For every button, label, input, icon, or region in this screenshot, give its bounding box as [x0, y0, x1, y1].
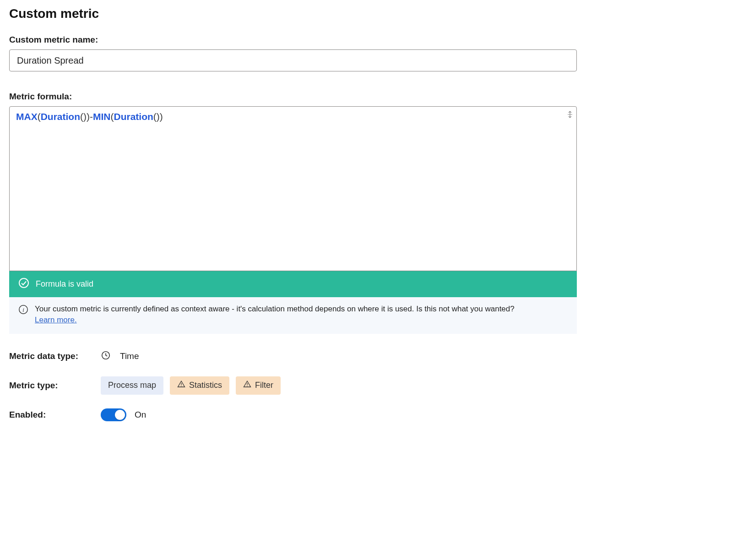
- svg-point-5: [247, 386, 248, 386]
- formula-token: ()): [153, 111, 163, 122]
- info-circle-icon: i: [18, 304, 28, 318]
- page-title: Custom metric: [9, 6, 577, 21]
- formula-label: Metric formula:: [9, 92, 577, 102]
- enabled-state-text: On: [135, 410, 146, 420]
- learn-more-link[interactable]: Learn more.: [35, 315, 77, 324]
- formula-line: MAX(Duration())-MIN(Duration()): [16, 111, 570, 122]
- metric-type-label: Metric type:: [9, 381, 101, 391]
- formula-editor[interactable]: MAX(Duration())-MIN(Duration()): [9, 106, 577, 271]
- metric-type-chip[interactable]: Statistics: [170, 376, 229, 395]
- formula-token: MAX: [16, 111, 38, 122]
- context-aware-info: i Your custom metric is currently define…: [9, 297, 577, 334]
- formula-valid-banner: Formula is valid: [9, 271, 577, 297]
- formula-token: -: [90, 111, 93, 122]
- clock-icon: [101, 350, 111, 363]
- enabled-toggle[interactable]: [101, 408, 126, 421]
- chip-label: Process map: [108, 381, 156, 390]
- name-label: Custom metric name:: [9, 35, 577, 45]
- data-type-value: Time: [120, 351, 139, 361]
- data-type-label: Metric data type:: [9, 351, 101, 361]
- chip-label: Statistics: [189, 381, 222, 390]
- svg-text:i: i: [22, 307, 24, 313]
- svg-point-4: [181, 386, 182, 386]
- svg-point-0: [19, 278, 28, 288]
- info-text: Your custom metric is currently defined …: [35, 304, 515, 313]
- toggle-knob: [115, 410, 125, 420]
- enabled-label: Enabled:: [9, 410, 101, 420]
- formula-token: (: [38, 111, 41, 122]
- formula-token: Duration: [114, 111, 153, 122]
- formula-valid-text: Formula is valid: [36, 279, 93, 289]
- formula-token: Duration: [41, 111, 80, 122]
- warning-icon: [243, 380, 251, 391]
- resize-vertical-icon[interactable]: [566, 109, 574, 117]
- metric-name-input[interactable]: [9, 49, 577, 71]
- chip-label: Filter: [255, 381, 273, 390]
- check-circle-icon: [18, 277, 29, 291]
- warning-icon: [177, 380, 185, 391]
- formula-token: ()): [80, 111, 90, 122]
- formula-token: MIN: [93, 111, 111, 122]
- metric-type-chip[interactable]: Filter: [236, 376, 281, 395]
- metric-type-chip[interactable]: Process map: [101, 376, 163, 395]
